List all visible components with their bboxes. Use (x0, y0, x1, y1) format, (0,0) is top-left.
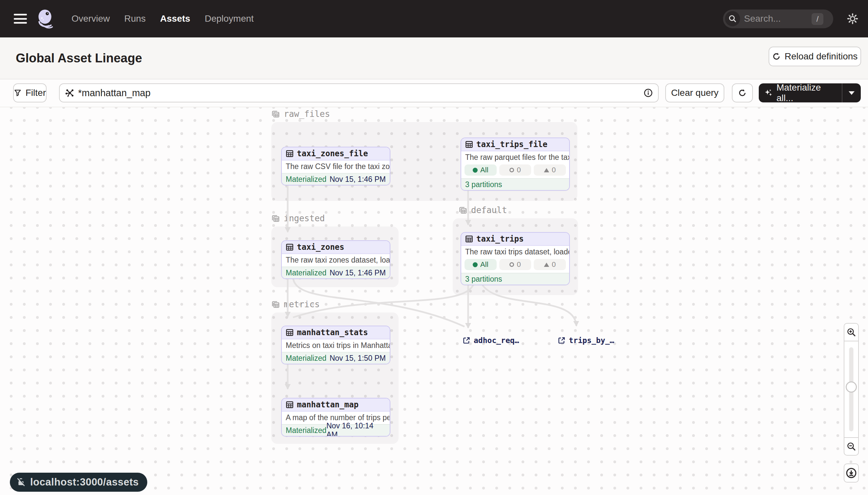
hamburger-menu-icon[interactable] (14, 14, 27, 24)
group-label-ingested: ingested (271, 214, 325, 223)
table-icon (286, 328, 294, 337)
insecure-lock-icon (16, 477, 26, 488)
top-nav-bar: Overview Runs Assets Deployment / (0, 0, 868, 37)
nav-tabs: Overview Runs Assets Deployment (72, 14, 253, 24)
zoom-controls (844, 323, 859, 456)
asset-group-icon (271, 300, 280, 309)
materialization-timestamp: Nov 15, 1:46 PM (330, 175, 386, 184)
zoom-slider-thumb[interactable] (846, 381, 857, 393)
status-label: Materialized (286, 354, 326, 363)
table-icon (286, 243, 294, 251)
triangle-icon (544, 168, 549, 172)
status-label: Materialized (286, 426, 326, 435)
asset-graph-icon (65, 88, 75, 98)
group-label-raw-files: raw_files (271, 109, 330, 119)
status-label: Materialized (286, 269, 326, 277)
partitions-count: 3 partitions (465, 180, 502, 189)
tab-deployment[interactable]: Deployment (205, 14, 253, 24)
browser-status-bubble: localhost:3000/assets (10, 473, 147, 492)
materialization-timestamp: Nov 15, 1:50 PM (330, 354, 386, 363)
external-asset-trips-by-week[interactable]: trips_by_… (558, 336, 614, 345)
external-link-icon (463, 337, 471, 344)
tab-overview[interactable]: Overview (72, 14, 110, 24)
reload-icon (772, 52, 781, 61)
external-link-icon (558, 337, 566, 344)
asset-node-taxi-zones-file[interactable]: taxi_zones_file The raw CSV file for the… (281, 147, 390, 186)
external-asset-adhoc-request[interactable]: adhoc_req… (463, 336, 519, 345)
table-icon (286, 401, 294, 409)
clear-query-button[interactable]: Clear query (665, 83, 724, 102)
asset-selection-input[interactable] (78, 88, 644, 99)
refresh-graph-button[interactable] (732, 83, 753, 102)
zoom-out-button[interactable] (844, 438, 858, 455)
table-icon (465, 140, 473, 148)
lineage-canvas[interactable]: raw_files ingested default metrics (0, 107, 868, 495)
caret-down-icon (849, 91, 854, 95)
materialize-dropdown-caret[interactable] (842, 83, 861, 102)
badge-missing-partitions[interactable]: 0 (499, 165, 531, 176)
asset-group-icon (271, 214, 280, 223)
status-url: localhost:3000/assets (30, 476, 139, 488)
partition-health-badges: All 0 0 (461, 258, 569, 273)
success-dot-icon (473, 262, 478, 267)
refresh-icon (738, 89, 747, 97)
table-icon (465, 235, 473, 243)
tab-assets[interactable]: Assets (160, 14, 190, 24)
badge-missing-partitions[interactable]: 0 (499, 259, 531, 270)
zoom-in-button[interactable] (844, 324, 858, 341)
page-title: Global Asset Lineage (16, 51, 142, 65)
asset-node-taxi-zones[interactable]: taxi_zones The raw taxi zones dataset, l… (281, 240, 390, 279)
materialization-timestamp: Nov 15, 1:46 PM (330, 269, 386, 277)
group-label-default: default (459, 205, 507, 215)
group-label-metrics: metrics (271, 300, 320, 309)
settings-gear-icon[interactable] (847, 13, 858, 24)
materialization-timestamp: Nov 16, 10:14 AM (326, 422, 386, 437)
search-icon (725, 11, 740, 26)
zoom-slider[interactable] (844, 341, 858, 438)
global-search[interactable]: / (723, 10, 833, 28)
badge-all-partitions[interactable]: All (464, 259, 497, 270)
lineage-toolbar: Filter Clear query (0, 80, 868, 107)
page-header: Global Asset Lineage Reload definitions (0, 37, 868, 80)
circle-outline-icon (510, 168, 514, 172)
partitions-count: 3 partitions (465, 275, 502, 284)
badge-all-partitions[interactable]: All (464, 165, 497, 176)
asset-node-manhattan-map[interactable]: manhattan_map A map of the number of tri… (281, 398, 390, 437)
asset-node-taxi-trips-file[interactable]: taxi_trips_file The raw parquet files fo… (461, 138, 570, 191)
sparkle-icon (764, 88, 773, 98)
badge-failed-partitions[interactable]: 0 (534, 259, 566, 270)
download-image-button[interactable] (844, 463, 859, 482)
query-info-icon[interactable] (644, 88, 653, 98)
circle-outline-icon (510, 262, 514, 267)
filter-button[interactable]: Filter (13, 83, 47, 102)
success-dot-icon (473, 168, 478, 173)
tab-runs[interactable]: Runs (124, 14, 146, 24)
funnel-icon (14, 89, 22, 97)
triangle-icon (544, 262, 549, 267)
asset-node-taxi-trips[interactable]: taxi_trips The raw taxi trips dataset, l… (461, 232, 570, 285)
reload-definitions-button[interactable]: Reload definitions (768, 47, 861, 66)
partition-health-badges: All 0 0 (461, 164, 569, 178)
search-input[interactable] (744, 14, 803, 24)
asset-node-manhattan-stats[interactable]: manhattan_stats Metrics on taxi trips in… (281, 326, 390, 364)
asset-group-icon (459, 206, 467, 214)
materialize-all-button[interactable]: Materialize all... (759, 83, 861, 102)
table-icon (286, 150, 294, 157)
search-shortcut-key: / (812, 13, 823, 25)
asset-selection-input-wrap (59, 83, 659, 102)
status-label: Materialized (286, 175, 326, 184)
dagster-logo-icon[interactable] (35, 5, 56, 32)
asset-group-icon (271, 109, 280, 118)
badge-failed-partitions[interactable]: 0 (534, 165, 566, 176)
